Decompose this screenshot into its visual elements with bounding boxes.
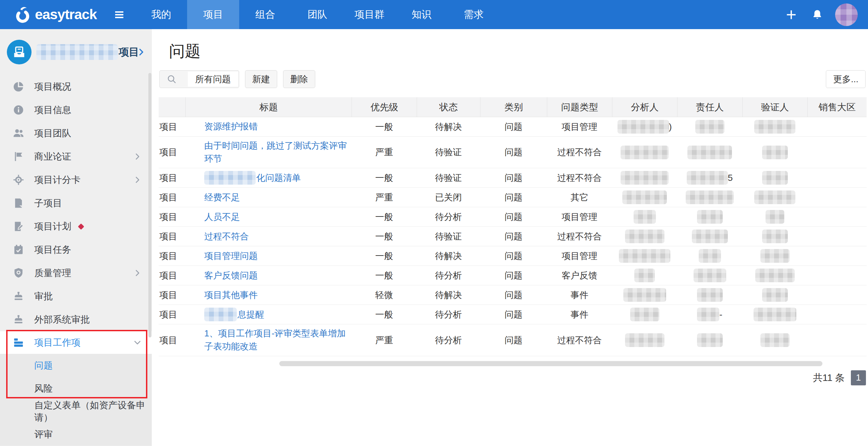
title-cell: 由于时间问题，跳过了测试方案评审环节 xyxy=(185,137,352,168)
sidebar-item-risks[interactable]: 风险 xyxy=(0,377,152,400)
horizontal-scrollbar[interactable] xyxy=(279,361,822,366)
column-header-1: 标题 xyxy=(185,97,352,117)
bell-icon[interactable] xyxy=(810,4,825,25)
sidebar-item-project-info[interactable]: 项目信息 xyxy=(0,98,152,122)
project-cell: 项目 xyxy=(159,121,185,133)
sidebar-item-quality-management[interactable]: 质量管理 xyxy=(0,261,152,285)
doc-icon xyxy=(12,197,25,209)
sidebar-item-label: 项目概况 xyxy=(34,80,71,93)
main-content: 问题 新建 删除 更多... 标题优先级状态类别问题类型分析人责任人验证人销售大… xyxy=(152,29,868,446)
person-cell xyxy=(742,269,807,282)
table-header: 标题优先级状态类别问题类型分析人责任人验证人销售大区 xyxy=(159,97,867,117)
priority-cell: 严重 xyxy=(352,146,417,158)
table-row: 项目资源维护报错一般待解决问题项目管理) xyxy=(159,117,867,137)
person-cell xyxy=(612,171,677,185)
search-icon[interactable] xyxy=(167,74,177,84)
status-cell: 待分析 xyxy=(417,334,480,346)
filter-input[interactable] xyxy=(188,72,238,87)
redacted-text xyxy=(697,288,723,302)
project-cell: 项目 xyxy=(159,250,185,262)
sidebar-item-custom-forms[interactable]: 自定义表单（如资产设备申请） xyxy=(0,400,152,423)
sidebar-item-label: 审批 xyxy=(34,290,53,302)
person-cell xyxy=(742,288,807,302)
priority-cell: 一般 xyxy=(352,270,417,282)
issue-title-link[interactable]: 由于时间问题，跳过了测试方案评审环节 xyxy=(204,139,348,165)
chevron-right-icon[interactable] xyxy=(137,48,146,57)
person-cell xyxy=(612,190,677,204)
project-cell: 项目 xyxy=(159,231,185,243)
redacted-text xyxy=(621,146,669,159)
issue-title-link[interactable]: 项目管理问题 xyxy=(204,250,258,263)
plus-icon[interactable] xyxy=(784,4,799,25)
category-cell: 问题 xyxy=(480,231,547,243)
priority-cell: 一般 xyxy=(352,211,417,223)
issue-title-link[interactable]: 1、项目工作项目-评审类型表单增加子表功能改造 xyxy=(204,327,348,353)
sidebar-item-label: 项目计划 xyxy=(34,220,71,233)
nav-item-program[interactable]: 项目群 xyxy=(343,0,395,29)
redacted-text xyxy=(754,308,796,321)
person-cell xyxy=(742,249,807,263)
sidebar-item-project-overview[interactable]: 项目概况 xyxy=(0,75,152,98)
column-header-4: 类别 xyxy=(480,97,547,117)
issue-title-link[interactable]: 资源维护报错 xyxy=(204,120,258,133)
sidebar-item-label: 项目任务 xyxy=(34,244,71,256)
nav-item-team[interactable]: 团队 xyxy=(291,0,343,29)
sidebar-item-business-case[interactable]: 商业论证 xyxy=(0,145,152,168)
priority-cell: 一般 xyxy=(352,250,417,262)
sidebar-item-issues[interactable]: 问题 xyxy=(0,354,152,377)
user-avatar[interactable] xyxy=(835,3,858,26)
issue-title-link[interactable]: 客户反馈问题 xyxy=(204,269,258,282)
page-number-badge[interactable]: 1 xyxy=(851,370,866,385)
sidebar-item-project-team[interactable]: 项目团队 xyxy=(0,122,152,145)
category-cell: 问题 xyxy=(480,146,547,158)
redacted-text xyxy=(754,190,795,204)
nav-item-project[interactable]: 项目 xyxy=(187,0,239,29)
chevron-right-icon xyxy=(133,269,142,277)
issue-title-link[interactable]: 人员不足 xyxy=(204,211,240,224)
sidebar-item-approval[interactable]: 审批 xyxy=(0,285,152,308)
issue-title-link[interactable]: 经费不足 xyxy=(204,191,240,204)
issue-type-cell: 其它 xyxy=(547,191,612,203)
status-cell: 待分析 xyxy=(417,211,480,223)
nav-item-knowledge[interactable]: 知识 xyxy=(395,0,448,29)
person-cell: 5 xyxy=(677,171,742,185)
issue-title-link[interactable]: 过程不符合 xyxy=(204,230,249,243)
chevron-right-icon xyxy=(133,176,142,184)
issue-type-cell: 事件 xyxy=(547,289,612,301)
issue-title-link[interactable]: 项目其他事件 xyxy=(204,289,258,302)
project-cell: 项目 xyxy=(159,289,185,301)
sidebar-item-project-plan[interactable]: 项目计划 xyxy=(0,215,152,238)
sidebar-item-external-approval[interactable]: 外部系统审批 xyxy=(0,308,152,331)
new-button[interactable]: 新建 xyxy=(245,70,277,88)
person-cell xyxy=(742,210,807,224)
sidebar-item-label: 自定义表单（如资产设备申请） xyxy=(34,399,152,424)
table-row: 项目项目管理问题一般待解决问题项目管理 xyxy=(159,246,867,266)
sidebar-item-project-work-items[interactable]: 项目工作项 xyxy=(0,331,152,354)
redacted-text xyxy=(762,288,788,302)
person-cell xyxy=(742,190,807,204)
person-cell xyxy=(677,269,742,282)
sidebar-item-project-scorecard[interactable]: 项目计分卡 xyxy=(0,168,152,191)
title-cell: 1、项目工作项目-评审类型表单增加子表功能改造 xyxy=(185,324,352,356)
sidebar-item-review[interactable]: 评审 xyxy=(0,423,152,446)
delete-button[interactable]: 删除 xyxy=(283,70,315,88)
more-button[interactable]: 更多... xyxy=(826,70,866,88)
menu-icon[interactable] xyxy=(112,0,126,29)
status-cell: 待分析 xyxy=(417,270,480,282)
sidebar: 项目 项目概况项目信息项目团队商业论证项目计分卡子项目项目计划项目任务质量管理审… xyxy=(0,29,152,446)
nav-item-demand[interactable]: 需求 xyxy=(448,0,500,29)
stamp-icon xyxy=(12,290,25,302)
column-header-0 xyxy=(159,97,185,117)
brand-logo[interactable]: easytrack xyxy=(13,5,97,24)
nav-item-portfolio[interactable]: 组合 xyxy=(239,0,291,29)
project-switcher[interactable]: 项目 xyxy=(0,29,152,75)
person-cell xyxy=(612,269,677,282)
sidebar-item-project-tasks[interactable]: 项目任务 xyxy=(0,238,152,261)
priority-cell: 轻微 xyxy=(352,289,417,301)
sidebar-item-subprojects[interactable]: 子项目 xyxy=(0,191,152,215)
issue-title-link[interactable]: 化问题清单 xyxy=(256,172,301,185)
column-header-2: 优先级 xyxy=(352,97,417,117)
sidebar-scrollbar[interactable] xyxy=(148,73,151,337)
issue-title-link[interactable]: 息提醒 xyxy=(237,308,264,321)
nav-item-my[interactable]: 我的 xyxy=(135,0,187,29)
